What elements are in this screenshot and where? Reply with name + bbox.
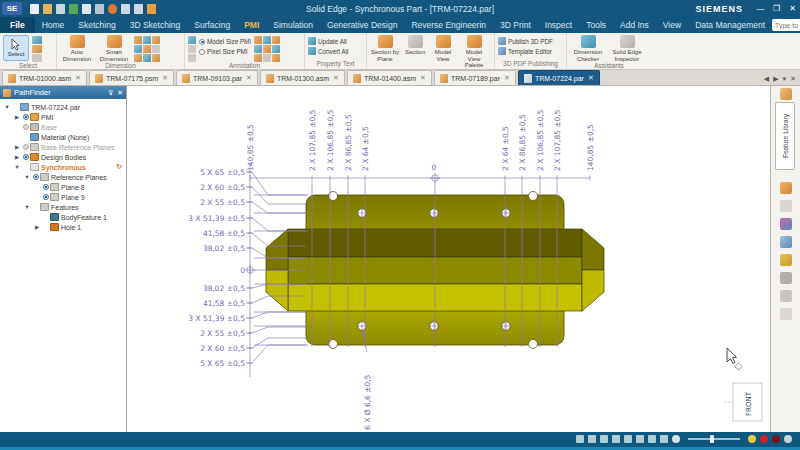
section-button[interactable]: Section <box>403 35 427 56</box>
ribbon-tab-generative-design[interactable]: Generative Design <box>320 17 404 33</box>
tree-item-bodyfeature-1[interactable]: BodyFeature 1 <box>0 212 126 222</box>
dimension-checker-button[interactable]: Dimension Checker <box>570 35 606 62</box>
ribbon-tab-add-ins[interactable]: Add Ins <box>613 17 656 33</box>
tab-scroll-left-icon[interactable]: ◀ <box>764 75 769 83</box>
ribbon-tab-inspect[interactable]: Inspect <box>538 17 579 33</box>
document-tab-trm-01000.asm[interactable]: TRM-01000.asm✕ <box>2 70 87 85</box>
dimension-text[interactable]: 2 X 60 ±0,5 <box>200 344 245 353</box>
color-manager-icon[interactable] <box>780 218 792 230</box>
document-tab-trm-07175.psm[interactable]: TRM-07175.psm✕ <box>89 70 174 85</box>
fit-icon[interactable] <box>612 435 620 443</box>
select-button[interactable]: Select <box>3 35 29 61</box>
hand-icon[interactable] <box>780 308 792 320</box>
pixel-size-pmi-radio[interactable]: Pixel Size PMI <box>199 48 251 55</box>
tab-close-icon[interactable]: ✕ <box>246 74 252 82</box>
palette-icon[interactable] <box>780 88 792 100</box>
ribbon-tab-pmi[interactable]: PMI <box>237 17 266 33</box>
dimension-text[interactable]: 0 <box>432 163 437 172</box>
document-tab-trm-07189.par[interactable]: TRM-07189.par✕ <box>434 70 516 85</box>
excel-icon[interactable] <box>69 4 78 14</box>
pmi-copy-icons[interactable] <box>188 35 196 62</box>
tab-close-icon[interactable]: ✕ <box>162 74 168 82</box>
zoom-out-icon[interactable] <box>672 435 680 443</box>
dimension-text[interactable]: 140,85 ±0,5 <box>586 124 595 171</box>
update-all-button[interactable]: Update All <box>308 37 348 45</box>
tab-close-icon[interactable]: ✕ <box>333 74 339 82</box>
tree-collapsed-icon[interactable]: ▶ <box>13 114 21 120</box>
find-tools-box[interactable]: 🔍 <box>772 19 800 31</box>
sync-refresh-icon[interactable]: ↻ <box>116 163 122 171</box>
view-styles-icon[interactable] <box>660 435 668 443</box>
dimension-tools-icons[interactable] <box>134 35 160 62</box>
ribbon-tab-view[interactable]: View <box>656 17 688 33</box>
tree-item-plane-8[interactable]: Plane 8 <box>0 182 126 192</box>
dimension-text[interactable]: 5 X 65 ±0,5 <box>200 168 245 177</box>
app-logo[interactable]: SE <box>2 2 22 15</box>
dimension-text[interactable]: 2 X 107,85 ±0,5 <box>308 109 317 171</box>
front-view-label[interactable]: FRONT <box>724 383 762 421</box>
save-icon[interactable] <box>56 4 65 14</box>
dimension-text[interactable]: 2 X 106,85 ±0,5 <box>536 109 545 171</box>
dimension-text[interactable]: 38,02 ±0,5 <box>203 244 245 253</box>
tab-close-icon[interactable]: ✕ <box>588 74 594 82</box>
dimension-text[interactable]: 2 X 107,85 ±0,5 <box>553 109 562 171</box>
close-button[interactable]: ✕ <box>785 2 800 15</box>
tree-collapsed-icon[interactable]: ▶ <box>33 224 41 230</box>
tree-item-base[interactable]: Base <box>0 122 126 132</box>
gear-icon[interactable] <box>780 272 792 284</box>
template-editor-button[interactable]: Template Editor <box>498 47 553 55</box>
document-tab-trm-01300.asm[interactable]: TRM-01300.asm✕ <box>260 70 345 85</box>
annotation-tools-icons[interactable] <box>254 35 280 62</box>
convert-all-button[interactable]: Convert All <box>308 47 348 55</box>
clipboard-icon[interactable] <box>780 182 792 194</box>
dimension-text[interactable]: 3 X 51,39 ±0,5 <box>188 314 245 323</box>
ribbon-tab-file[interactable]: File <box>0 17 35 33</box>
publish-3d-pdf-button[interactable]: Publish 3D PDF <box>498 37 553 45</box>
panel-pin-icon[interactable]: ⊽ <box>108 89 113 97</box>
minimize-button[interactable]: — <box>753 2 768 15</box>
ribbon-tab-3d-sketching[interactable]: 3D Sketching <box>123 17 188 33</box>
maximize-button[interactable]: ❐ <box>769 2 784 15</box>
visibility-eye-icon[interactable] <box>41 184 50 190</box>
pan-icon[interactable] <box>624 435 632 443</box>
tree-item-pmi[interactable]: ▶PMI <box>0 112 126 122</box>
visibility-eye-icon[interactable] <box>21 154 30 160</box>
dimension-text[interactable]: 41,58 ±0,5 <box>203 229 245 238</box>
status-alert-icon[interactable] <box>748 435 756 443</box>
tree-item-trm-07224-par[interactable]: ▼TRM-07224.par <box>0 102 126 112</box>
solid-edge-inspector-button[interactable]: Solid Edge Inspector <box>609 35 645 62</box>
zoom-icon[interactable] <box>600 435 608 443</box>
ribbon-tab-reverse-engineerin[interactable]: Reverse Engineerin <box>404 17 493 33</box>
visibility-eye-icon[interactable] <box>21 124 30 130</box>
new-document-icon[interactable] <box>30 4 39 14</box>
ribbon-tab-sketching[interactable]: Sketching <box>71 17 122 33</box>
document-tab-trm-01400.asm[interactable]: TRM-01400.asm✕ <box>347 70 432 85</box>
rotate-icon[interactable] <box>636 435 644 443</box>
dimension-text[interactable]: 2 X 55 ±0,5 <box>200 329 245 338</box>
ribbon-tab-3d-print[interactable]: 3D Print <box>493 17 538 33</box>
tree-item-design-bodies[interactable]: ▶Design Bodies <box>0 152 126 162</box>
document-tab-trm-07224.par[interactable]: TRM-07224.par✕ <box>518 70 600 85</box>
visibility-eye-icon[interactable] <box>31 174 40 180</box>
tab-close-icon[interactable]: ✕ <box>504 74 510 82</box>
dimension-text[interactable]: 2 X 86,85 ±0,5 <box>518 114 527 171</box>
feature-library-tab[interactable]: Feature Library <box>775 102 795 170</box>
visibility-eye-icon[interactable] <box>21 144 30 150</box>
section-by-plane-button[interactable]: Section by Plane <box>370 35 400 62</box>
redo-icon[interactable] <box>134 4 143 14</box>
model-view-button[interactable]: Model View <box>430 35 456 62</box>
dimension-text[interactable]: 38,02 ±0,5 <box>203 284 245 293</box>
zoom-slider-knob[interactable] <box>710 435 714 443</box>
model-size-pmi-radio[interactable]: Model Size PMI <box>199 38 251 45</box>
tab-scroll-right-icon[interactable]: ▶ <box>773 75 778 83</box>
document-tab-trm-09103.par[interactable]: TRM-09103.par✕ <box>176 70 258 85</box>
select-tool-icon[interactable] <box>576 435 584 443</box>
tree-item-reference-planes[interactable]: ▼Reference Planes <box>0 172 126 182</box>
dimension-text[interactable]: 2 X 64 ±0,5 <box>501 126 510 171</box>
smart-dimension-button[interactable]: Smart Dimension <box>97 35 131 62</box>
dimension-text[interactable]: 2 X 106,85 ±0,5 <box>326 109 335 171</box>
undo-icon[interactable] <box>121 4 130 14</box>
pathfinder-header[interactable]: PathFinder ⊽ ✕ <box>0 86 126 99</box>
select-options-icons[interactable] <box>32 35 42 62</box>
tree-item-features[interactable]: ▼Features <box>0 202 126 212</box>
